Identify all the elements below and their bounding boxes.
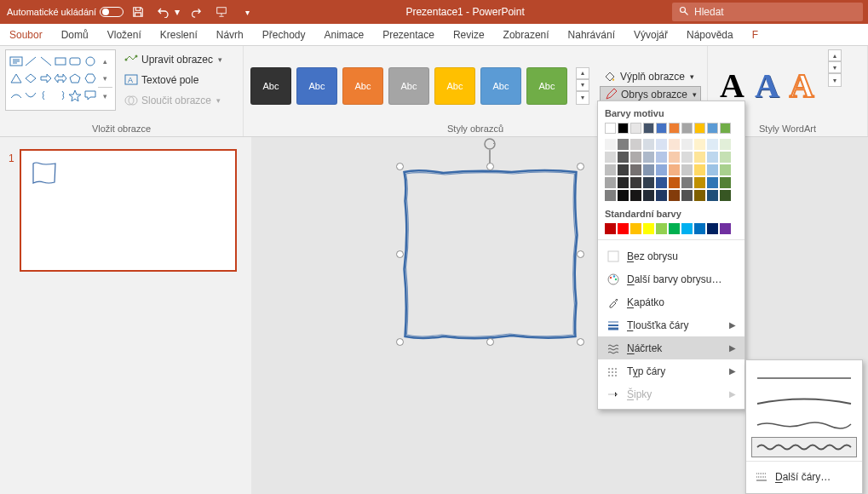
color-swatch[interactable]: [681, 139, 693, 150]
line-weight-item[interactable]: Tloušťka čáry▶: [605, 313, 738, 336]
shape-pentagon-icon[interactable]: [68, 70, 83, 87]
color-swatch[interactable]: [694, 152, 705, 163]
color-swatch[interactable]: [605, 190, 616, 201]
color-swatch[interactable]: [656, 223, 667, 234]
color-swatch[interactable]: [656, 139, 667, 150]
shape-diamond-icon[interactable]: [23, 70, 37, 87]
gallery-more-icon[interactable]: ▾: [576, 91, 589, 105]
color-swatch[interactable]: [618, 177, 629, 188]
resize-handle-nw[interactable]: [396, 163, 404, 170]
shape-callout-icon[interactable]: [83, 87, 97, 104]
color-swatch[interactable]: [605, 139, 616, 150]
tab-recording[interactable]: Nahrávání: [559, 24, 624, 45]
color-swatch[interactable]: [694, 177, 705, 188]
shape-more2-icon[interactable]: ▾: [98, 70, 112, 87]
resize-handle-sw[interactable]: [396, 338, 404, 346]
color-swatch[interactable]: [720, 190, 731, 201]
color-swatch[interactable]: [643, 123, 654, 134]
color-swatch[interactable]: [643, 223, 654, 234]
color-swatch[interactable]: [605, 164, 616, 175]
shape-more1-icon[interactable]: ▴: [98, 53, 112, 70]
tab-home[interactable]: Domů: [52, 24, 98, 45]
shape-line2-icon[interactable]: [38, 53, 53, 70]
color-swatch[interactable]: [694, 164, 705, 175]
tab-insert[interactable]: Vložení: [98, 24, 151, 45]
shape-style-5[interactable]: Abc: [480, 67, 521, 105]
shape-style-4[interactable]: Abc: [434, 67, 475, 105]
color-swatch[interactable]: [669, 123, 680, 134]
resize-handle-se[interactable]: [577, 338, 584, 346]
sketch-style-scribble[interactable]: [751, 437, 857, 457]
sketch-item[interactable]: Náčrtek▶: [598, 336, 744, 359]
color-swatch[interactable]: [656, 152, 667, 163]
color-swatch[interactable]: [707, 190, 718, 201]
color-swatch[interactable]: [681, 152, 693, 163]
resize-handle-n[interactable]: [486, 163, 494, 170]
color-swatch[interactable]: [643, 190, 654, 201]
sketch-style-straight[interactable]: [751, 368, 857, 388]
tab-design[interactable]: Návrh: [207, 24, 253, 45]
color-swatch[interactable]: [630, 152, 641, 163]
color-swatch[interactable]: [630, 177, 641, 188]
color-swatch[interactable]: [643, 152, 654, 163]
shape-arrowlr-icon[interactable]: [53, 70, 67, 87]
color-swatch[interactable]: [618, 123, 629, 134]
shape-more3-icon[interactable]: ▾: [98, 87, 112, 104]
shape-style-6[interactable]: Abc: [526, 67, 567, 105]
color-swatch[interactable]: [630, 139, 641, 150]
color-swatch[interactable]: [630, 223, 641, 234]
color-swatch[interactable]: [694, 139, 705, 150]
tab-view[interactable]: Zobrazení: [494, 24, 559, 45]
color-swatch[interactable]: [605, 177, 616, 188]
tab-file[interactable]: Soubor: [0, 24, 52, 45]
styles-gallery-scroll[interactable]: ▴▾▾: [576, 67, 589, 105]
color-swatch[interactable]: [669, 177, 680, 188]
shape-arrowr-icon[interactable]: [38, 70, 53, 87]
shape-triangle-icon[interactable]: [9, 70, 23, 87]
shapes-gallery[interactable]: ▴ ▾ ▾: [5, 49, 116, 111]
color-swatch[interactable]: [656, 177, 667, 188]
color-swatch[interactable]: [669, 139, 680, 150]
tab-format[interactable]: F: [743, 24, 760, 45]
shape-line-icon[interactable]: [23, 53, 37, 70]
shape-connector-icon[interactable]: [9, 87, 23, 104]
resize-handle-s[interactable]: [486, 338, 494, 346]
shape-textbox-icon[interactable]: [9, 53, 23, 70]
color-swatch[interactable]: [681, 164, 693, 175]
tab-review[interactable]: Revize: [444, 24, 494, 45]
color-swatch[interactable]: [618, 152, 629, 163]
tab-slideshow[interactable]: Prezentace: [373, 24, 444, 45]
redo-button[interactable]: [185, 0, 207, 24]
shape-style-1[interactable]: Abc: [296, 67, 337, 105]
no-outline-item[interactable]: Bez obrysu: [605, 244, 738, 267]
tab-developer[interactable]: Vývojář: [624, 24, 677, 45]
color-swatch[interactable]: [605, 152, 616, 163]
save-icon[interactable]: [127, 0, 149, 24]
tab-draw[interactable]: Kreslení: [151, 24, 207, 45]
color-swatch[interactable]: [669, 152, 680, 163]
selected-shape[interactable]: [400, 167, 580, 342]
dashes-item[interactable]: Typ čáry▶: [605, 359, 738, 382]
color-swatch[interactable]: [720, 139, 731, 150]
search-input[interactable]: Hledat: [672, 3, 863, 21]
text-box-button[interactable]: ATextové pole: [121, 71, 226, 89]
color-swatch[interactable]: [656, 164, 667, 175]
gallery-up-icon[interactable]: ▴: [576, 67, 589, 79]
color-swatch[interactable]: [694, 223, 705, 234]
shape-brace-icon[interactable]: [38, 87, 53, 104]
qat-more-icon[interactable]: ▾: [236, 0, 258, 24]
tab-transitions[interactable]: Přechody: [253, 24, 315, 45]
color-swatch[interactable]: [720, 164, 731, 175]
color-swatch[interactable]: [707, 152, 718, 163]
wordart-style-2[interactable]: A: [755, 66, 779, 106]
color-swatch[interactable]: [669, 164, 680, 175]
shape-star-icon[interactable]: [68, 87, 83, 104]
shape-style-3[interactable]: Abc: [388, 67, 429, 105]
wordart-gallery-scroll[interactable]: ▴▾▾: [828, 49, 842, 122]
color-swatch[interactable]: [618, 164, 629, 175]
more-lines-item[interactable]: Další čáry…: [751, 465, 857, 488]
tab-help[interactable]: Nápověda: [677, 24, 743, 45]
resize-handle-e[interactable]: [577, 250, 584, 258]
color-swatch[interactable]: [681, 190, 693, 201]
color-swatch[interactable]: [707, 139, 718, 150]
